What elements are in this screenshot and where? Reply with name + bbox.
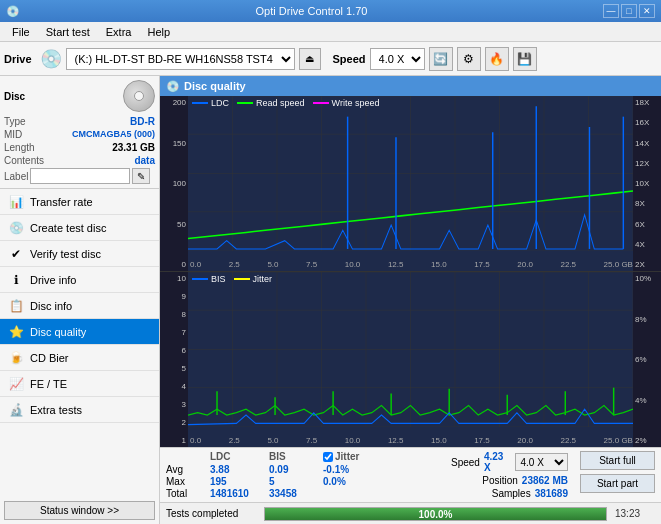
ldc-label: LDC: [211, 98, 229, 108]
type-value: BD-R: [130, 116, 155, 127]
disc-quality-icon-header: 💿: [166, 80, 180, 93]
chart1-legend: LDC Read speed Write speed: [192, 98, 379, 108]
disc-quality-title: Disc quality: [184, 80, 246, 92]
max-label: Max: [166, 476, 206, 487]
sidebar-item-verify-test-disc[interactable]: ✔ Verify test disc: [0, 241, 159, 267]
jitter-header: Jitter: [323, 451, 443, 462]
ldc-color: [192, 102, 208, 104]
disc-quality-header: 💿 Disc quality: [160, 76, 661, 96]
total-bis: 33458: [269, 488, 319, 499]
settings-button[interactable]: ⚙: [457, 47, 481, 71]
contents-label: Contents: [4, 155, 44, 166]
sidebar-item-transfer-rate[interactable]: 📊 Transfer rate: [0, 189, 159, 215]
position-row: Position 23862 MB: [482, 475, 568, 486]
disc-panel: Disc Type BD-R MID CMCMAGBA5 (000) Lengt…: [0, 76, 159, 189]
create-test-disc-icon: 💿: [8, 220, 24, 236]
progress-bar: 100.0%: [264, 507, 607, 521]
sidebar-item-disc-info[interactable]: 📋 Disc info: [0, 293, 159, 319]
chart2-y-right: 10% 8% 6% 4% 2%: [633, 272, 661, 447]
speed-row: Speed 4.23 X 4.0 X: [451, 451, 568, 473]
jitter-color: [234, 278, 250, 280]
drive-info-icon: ℹ: [8, 272, 24, 288]
write-speed-color: [313, 102, 329, 104]
label-input[interactable]: [30, 168, 130, 184]
chart2-wrapper: 10 9 8 7 6 5 4 3 2 1 BIS: [160, 272, 661, 447]
refresh-button[interactable]: 🔄: [429, 47, 453, 71]
total-ldc: 1481610: [210, 488, 265, 499]
stats-right: Speed 4.23 X 4.0 X Position 23862 MB Sam…: [451, 451, 568, 499]
bis-color: [192, 278, 208, 280]
maximize-button[interactable]: □: [621, 4, 637, 18]
speed-stat-select[interactable]: 4.0 X: [515, 453, 568, 471]
speed-label: Speed: [333, 53, 366, 65]
chart1-x-axis: 0.0 2.5 5.0 7.5 10.0 12.5 15.0 17.5 20.0…: [188, 251, 633, 271]
time-display: 13:23: [615, 508, 655, 519]
menu-bar: File Start test Extra Help: [0, 22, 661, 42]
menu-extra[interactable]: Extra: [98, 22, 140, 41]
sidebar-item-cd-bier[interactable]: 🍺 CD Bier: [0, 345, 159, 371]
charts-container: 200 150 100 50 0 LDC Re: [160, 96, 661, 447]
drive-label: Drive: [4, 53, 32, 65]
status-text: Tests completed: [166, 508, 256, 519]
disc-contents-row: Contents data: [4, 155, 155, 166]
menu-help[interactable]: Help: [139, 22, 178, 41]
toolbar: Drive 💿 (K:) HL-DT-ST BD-RE WH16NS58 TST…: [0, 42, 661, 76]
close-button[interactable]: ✕: [639, 4, 655, 18]
sidebar-item-disc-quality[interactable]: ⭐ Disc quality: [0, 319, 159, 345]
max-bis: 5: [269, 476, 319, 487]
menu-start-test[interactable]: Start test: [38, 22, 98, 41]
jitter-checkbox[interactable]: [323, 452, 333, 462]
sidebar-item-fe-te[interactable]: 📈 FE / TE: [0, 371, 159, 397]
cd-bier-icon: 🍺: [8, 350, 24, 366]
disc-title: Disc: [4, 91, 25, 102]
label-edit-button[interactable]: ✎: [132, 168, 150, 184]
sidebar-item-create-test-disc[interactable]: 💿 Create test disc: [0, 215, 159, 241]
read-speed-color: [237, 102, 253, 104]
fe-te-icon: 📈: [8, 376, 24, 392]
content-area: 💿 Disc quality 200 150 100 50 0: [160, 76, 661, 524]
avg-bis: 0.09: [269, 464, 319, 475]
samples-row: Samples 381689: [492, 488, 568, 499]
total-label: Total: [166, 488, 206, 499]
eject-button[interactable]: ⏏: [299, 48, 321, 70]
ldc-col-header: LDC: [210, 451, 265, 462]
extra-tests-label: Extra tests: [30, 404, 82, 416]
menu-file[interactable]: File: [4, 22, 38, 41]
disc-info-label: Disc info: [30, 300, 72, 312]
fe-te-label: FE / TE: [30, 378, 67, 390]
start-full-button[interactable]: Start full: [580, 451, 655, 470]
stats-area: LDC BIS Jitter Avg 3.88 0.09 -0.1%: [160, 447, 661, 502]
disc-info-rows: Type BD-R MID CMCMAGBA5 (000) Length 23.…: [4, 116, 155, 184]
app-icon: 💿: [6, 5, 20, 18]
sidebar-item-extra-tests[interactable]: 🔬 Extra tests: [0, 397, 159, 423]
status-window-button[interactable]: Status window >>: [4, 501, 155, 520]
main-layout: Disc Type BD-R MID CMCMAGBA5 (000) Lengt…: [0, 76, 661, 524]
legend-read-speed: Read speed: [237, 98, 305, 108]
sidebar-item-drive-info[interactable]: ℹ Drive info: [0, 267, 159, 293]
save-button[interactable]: 💾: [513, 47, 537, 71]
chart2-x-axis: 0.0 2.5 5.0 7.5 10.0 12.5 15.0 17.5 20.0…: [188, 427, 633, 447]
write-speed-label: Write speed: [332, 98, 380, 108]
speed-select[interactable]: 4.0 X: [370, 48, 425, 70]
chart2-main: BIS Jitter: [188, 272, 633, 447]
burn-button[interactable]: 🔥: [485, 47, 509, 71]
bis-col-header: BIS: [269, 451, 319, 462]
sidebar: Disc Type BD-R MID CMCMAGBA5 (000) Lengt…: [0, 76, 160, 524]
speed-stat-value: 4.23 X: [484, 451, 512, 473]
legend-jitter: Jitter: [234, 274, 273, 284]
mid-value: CMCMAGBA5 (000): [72, 129, 155, 140]
chart1-svg: [188, 96, 633, 251]
disc-info-icon: 📋: [8, 298, 24, 314]
progress-container: Tests completed 100.0% 13:23: [160, 502, 661, 524]
disc-quality-label: Disc quality: [30, 326, 86, 338]
title-bar: 💿 Opti Drive Control 1.70 — □ ✕: [0, 0, 661, 22]
speed-stat-label: Speed: [451, 457, 480, 468]
transfer-rate-label: Transfer rate: [30, 196, 93, 208]
type-label: Type: [4, 116, 26, 127]
minimize-button[interactable]: —: [603, 4, 619, 18]
drive-select[interactable]: (K:) HL-DT-ST BD-RE WH16NS58 TST4: [66, 48, 295, 70]
jitter-label: Jitter: [253, 274, 273, 284]
drive-icon: 💿: [40, 48, 62, 70]
start-part-button[interactable]: Start part: [580, 474, 655, 493]
read-speed-label: Read speed: [256, 98, 305, 108]
